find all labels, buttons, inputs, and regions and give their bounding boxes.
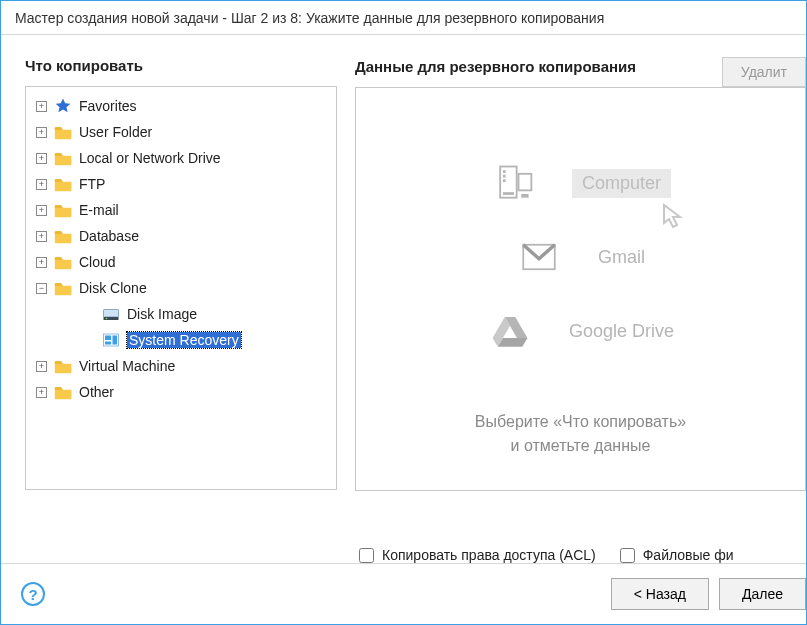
star-icon: [53, 98, 73, 115]
back-button[interactable]: < Назад: [611, 578, 709, 610]
svg-rect-8: [503, 170, 506, 173]
tree-item-label: System Recovery: [127, 332, 241, 348]
file-filters-checkbox-label: Файловые фи: [643, 547, 734, 563]
tree-item[interactable]: +Other: [30, 379, 332, 405]
folder-icon: [53, 280, 73, 297]
cursor-icon: [661, 203, 687, 231]
tree-item[interactable]: +E-mail: [30, 197, 332, 223]
window-title: Мастер создания новой задачи - Шаг 2 из …: [1, 1, 806, 35]
folder-icon: [53, 254, 73, 271]
tree-item[interactable]: System Recovery: [30, 327, 332, 353]
tree-item[interactable]: Disk Image: [30, 301, 332, 327]
tree-item-label: FTP: [79, 176, 105, 192]
svg-rect-5: [105, 342, 111, 345]
tree-item-label: Local or Network Drive: [79, 150, 221, 166]
tree-item[interactable]: +Virtual Machine: [30, 353, 332, 379]
tree-item-label: Virtual Machine: [79, 358, 175, 374]
expand-icon[interactable]: +: [36, 127, 47, 138]
delete-button[interactable]: Удалит: [722, 57, 806, 87]
svg-rect-6: [113, 336, 118, 345]
svg-rect-0: [104, 310, 119, 318]
tree-item[interactable]: +User Folder: [30, 119, 332, 145]
expander-blank: [84, 335, 95, 346]
tree-item[interactable]: +FTP: [30, 171, 332, 197]
placeholder-item: Computer: [490, 160, 671, 206]
expand-icon[interactable]: +: [36, 179, 47, 190]
file-filters-checkbox-input[interactable]: [620, 548, 635, 563]
folder-icon: [53, 358, 73, 375]
gmail-icon: [516, 234, 562, 280]
tree-item-label: Disk Clone: [79, 280, 147, 296]
svg-point-2: [106, 318, 108, 320]
left-header: Что копировать: [25, 57, 337, 74]
tree-item-label: E-mail: [79, 202, 119, 218]
placeholder-item: Gmail: [516, 234, 645, 280]
tree-item-label: Other: [79, 384, 114, 400]
expand-icon[interactable]: +: [36, 257, 47, 268]
folder-icon: [53, 384, 73, 401]
svg-rect-11: [503, 192, 514, 195]
expand-icon[interactable]: +: [36, 387, 47, 398]
folder-icon: [53, 176, 73, 193]
folder-icon: [53, 228, 73, 245]
expand-icon[interactable]: +: [36, 153, 47, 164]
tree-item-label: Cloud: [79, 254, 116, 270]
expand-icon[interactable]: +: [36, 361, 47, 372]
expand-icon[interactable]: +: [36, 101, 47, 112]
file-filters-checkbox[interactable]: Файловые фи: [620, 547, 734, 563]
right-panel: ComputerGmailGoogle DriveВыберите «Что к…: [355, 87, 806, 491]
gdrive-icon: [487, 308, 533, 354]
acl-checkbox[interactable]: Копировать права доступа (ACL): [359, 547, 596, 563]
placeholder-item: Google Drive: [487, 308, 674, 354]
placeholder-label: Gmail: [598, 247, 645, 268]
hint-text: Выберите «Что копировать»и отметьте данн…: [475, 410, 686, 458]
sys-icon: [101, 332, 121, 349]
folder-icon: [53, 124, 73, 141]
tree-item[interactable]: +Cloud: [30, 249, 332, 275]
acl-checkbox-input[interactable]: [359, 548, 374, 563]
collapse-icon[interactable]: −: [36, 283, 47, 294]
folder-icon: [53, 202, 73, 219]
tree-item[interactable]: +Database: [30, 223, 332, 249]
folder-icon: [53, 150, 73, 167]
tree-item[interactable]: +Favorites: [30, 93, 332, 119]
acl-checkbox-label: Копировать права доступа (ACL): [382, 547, 596, 563]
computer-icon: [490, 160, 536, 206]
svg-rect-9: [503, 175, 506, 178]
placeholder-label: Google Drive: [569, 321, 674, 342]
tree-item[interactable]: +Local or Network Drive: [30, 145, 332, 171]
disk-icon: [101, 306, 121, 323]
help-icon[interactable]: ?: [21, 582, 45, 606]
placeholder-label: Computer: [572, 169, 671, 198]
svg-rect-10: [503, 179, 506, 182]
tree-item-label: Favorites: [79, 98, 137, 114]
tree-item-label: Database: [79, 228, 139, 244]
svg-rect-4: [105, 336, 111, 341]
expander-blank: [84, 309, 95, 320]
svg-rect-12: [518, 174, 531, 191]
tree-item[interactable]: −Disk Clone: [30, 275, 332, 301]
next-button[interactable]: Далее: [719, 578, 806, 610]
svg-rect-13: [521, 194, 528, 198]
right-header: Данные для резервного копирования: [355, 58, 636, 75]
tree-item-label: User Folder: [79, 124, 152, 140]
expand-icon[interactable]: +: [36, 205, 47, 216]
tree-item-label: Disk Image: [127, 306, 197, 322]
tree-view[interactable]: +Favorites+User Folder+Local or Network …: [25, 86, 337, 490]
expand-icon[interactable]: +: [36, 231, 47, 242]
